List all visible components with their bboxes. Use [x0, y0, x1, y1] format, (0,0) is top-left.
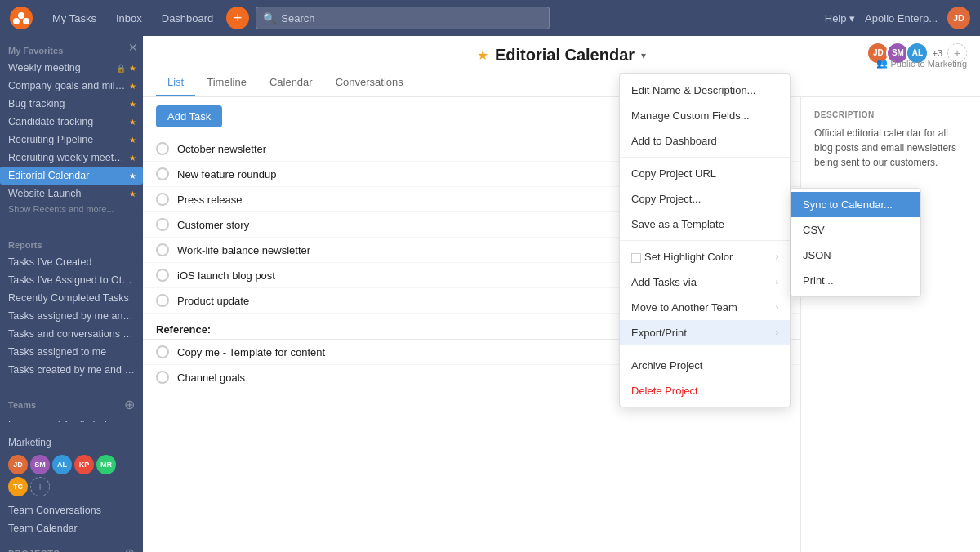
- menu-item-manage-fields[interactable]: Manage Custom Fields...: [620, 103, 790, 128]
- export-print-arrow-icon: ›: [776, 328, 778, 337]
- highlight-checkbox: [631, 253, 641, 263]
- menu-divider-1: [620, 157, 790, 158]
- submenu-item-json[interactable]: JSON: [791, 243, 920, 268]
- add-tasks-arrow-icon: ›: [776, 278, 778, 287]
- menu-item-copy-project[interactable]: Copy Project...: [620, 186, 790, 211]
- menu-item-highlight-color[interactable]: Set Highlight Color ›: [620, 244, 790, 269]
- dropdown-menu: Edit Name & Description... Manage Custom…: [619, 73, 791, 407]
- submenu-item-print[interactable]: Print...: [791, 268, 920, 293]
- submenu-item-sync-calendar[interactable]: Sync to Calendar...: [791, 192, 920, 217]
- menu-item-export-print[interactable]: Export/Print ›: [620, 320, 790, 345]
- menu-item-archive-project[interactable]: Archive Project: [620, 353, 790, 378]
- highlight-arrow-icon: ›: [776, 252, 778, 261]
- menu-item-add-dashboard[interactable]: Add to Dashboard: [620, 128, 790, 154]
- move-team-arrow-icon: ›: [776, 303, 778, 312]
- menu-item-highlight-label: Set Highlight Color: [631, 251, 733, 263]
- export-print-submenu: Sync to Calendar... CSV JSON Print...: [791, 188, 921, 297]
- menu-item-delete-project[interactable]: Delete Project: [620, 378, 790, 403]
- submenu-item-csv[interactable]: CSV: [791, 217, 920, 243]
- menu-divider-3: [620, 349, 790, 349]
- menu-item-edit-name[interactable]: Edit Name & Description...: [620, 78, 790, 103]
- menu-item-copy-url[interactable]: Copy Project URL: [620, 161, 790, 186]
- menu-item-save-template[interactable]: Save as a Template: [620, 211, 790, 237]
- menu-divider-2: [620, 240, 790, 241]
- menu-item-move-team[interactable]: Move to Another Team ›: [620, 295, 790, 320]
- menu-item-add-tasks-via[interactable]: Add Tasks via ›: [620, 269, 790, 295]
